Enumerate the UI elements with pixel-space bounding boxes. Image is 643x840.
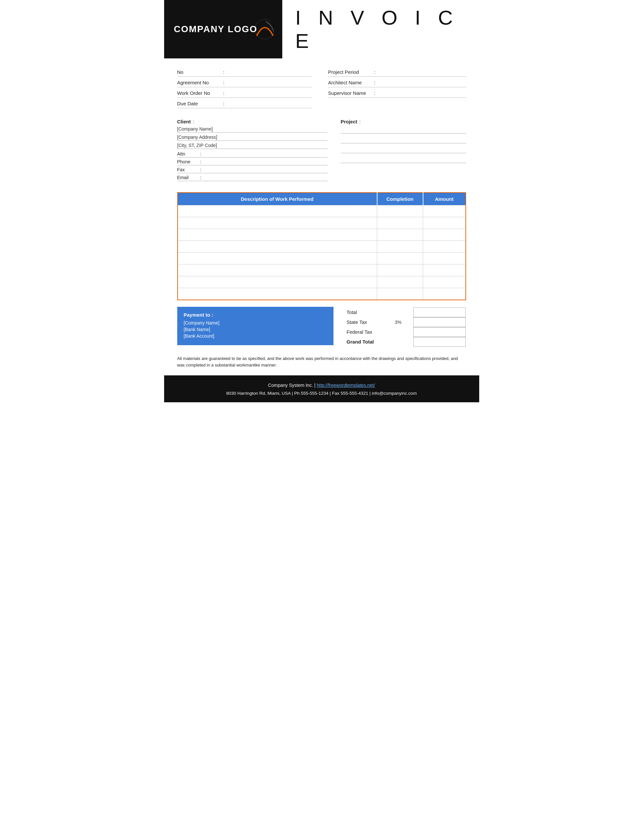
total-label-3: Grand Total bbox=[347, 339, 386, 345]
footer-company-text: Company System Inc. | bbox=[268, 383, 317, 388]
info-left-colon-1: : bbox=[223, 80, 225, 85]
info-grid: No : Agreement No : Work Order No : Due … bbox=[177, 68, 466, 110]
client-field-colon-1: : bbox=[200, 159, 202, 164]
cell-amount-5 bbox=[423, 264, 466, 276]
total-row-3: Grand Total bbox=[347, 337, 466, 347]
info-right-row-1: Architect Name : bbox=[328, 78, 466, 87]
work-table-section: Description of Work Performed Completion… bbox=[164, 186, 479, 300]
total-label-0: Total bbox=[347, 309, 386, 315]
info-left-colon-2: : bbox=[223, 90, 225, 96]
client-field-label-3: Email bbox=[177, 175, 200, 180]
info-section: No : Agreement No : Work Order No : Due … bbox=[164, 59, 479, 113]
client-field-colon-2: : bbox=[200, 167, 202, 172]
table-row-3 bbox=[178, 241, 466, 253]
payment-bank: [Bank Name] bbox=[184, 327, 327, 332]
info-right-colon-0: : bbox=[374, 69, 375, 75]
payment-company: [Company Name] bbox=[184, 320, 327, 326]
cell-completion-2 bbox=[377, 229, 423, 241]
cell-description-5 bbox=[178, 264, 377, 276]
totals-block: Total State Tax 3% Federal Tax Grand Tot… bbox=[347, 307, 466, 347]
project-line-0 bbox=[341, 126, 466, 133]
info-right-colon-2: : bbox=[374, 90, 375, 96]
total-box-2 bbox=[413, 327, 466, 337]
company-logo-text: COMPANY LOGO bbox=[174, 24, 258, 34]
cell-completion-0 bbox=[377, 205, 423, 217]
cell-amount-0 bbox=[423, 205, 466, 217]
info-right-colon-1: : bbox=[374, 80, 375, 85]
table-row-2 bbox=[178, 229, 466, 241]
cell-description-2 bbox=[178, 229, 377, 241]
client-colon: : bbox=[193, 119, 194, 124]
total-row-1: State Tax 3% bbox=[347, 317, 466, 327]
client-header: Client : bbox=[177, 119, 328, 124]
cell-description-4 bbox=[178, 253, 377, 264]
cell-completion-1 bbox=[377, 217, 423, 229]
info-left-row-0: No : bbox=[177, 68, 312, 77]
info-left-row-2: Work Order No : bbox=[177, 89, 312, 98]
client-field-0: Attn : bbox=[177, 151, 328, 158]
project-colon: : bbox=[359, 119, 361, 124]
cell-completion-7 bbox=[377, 288, 423, 300]
cell-amount-1 bbox=[423, 217, 466, 229]
cell-description-0 bbox=[178, 205, 377, 217]
table-row-5 bbox=[178, 264, 466, 276]
total-box-0 bbox=[413, 308, 466, 317]
cell-description-7 bbox=[178, 288, 377, 300]
client-company-name: [Company Name] bbox=[177, 126, 328, 133]
project-header: Project : bbox=[341, 119, 466, 124]
info-right-label-1: Architect Name bbox=[328, 80, 374, 85]
client-field-1: Phone : bbox=[177, 159, 328, 165]
info-left-row-1: Agreement No : bbox=[177, 78, 312, 87]
info-left-colon-0: : bbox=[223, 69, 225, 75]
cell-description-1 bbox=[178, 217, 377, 229]
client-field-colon-3: : bbox=[200, 174, 202, 180]
client-project-section: Client : [Company Name] [Company Address… bbox=[164, 113, 479, 186]
project-label: Project bbox=[341, 119, 357, 124]
client-field-label-1: Phone bbox=[177, 159, 200, 164]
total-box-3 bbox=[413, 337, 466, 347]
info-right-row-0: Project Period : bbox=[328, 68, 466, 77]
total-pct-1: 3% bbox=[395, 320, 405, 325]
client-field-label-0: Attn bbox=[177, 151, 200, 156]
payment-title: Payment to : bbox=[184, 312, 327, 317]
total-row-2: Federal Tax bbox=[347, 327, 466, 337]
info-left-label-2: Work Order No bbox=[177, 90, 223, 96]
footer: Company System Inc. | http://freewordtem… bbox=[164, 375, 479, 402]
total-row-0: Total bbox=[347, 308, 466, 317]
payment-totals-section: Payment to : [Company Name] [Bank Name] … bbox=[164, 300, 479, 350]
note-section: All materials are guaranteed to be as sp… bbox=[164, 350, 479, 376]
cell-amount-2 bbox=[423, 229, 466, 241]
project-block: Project : bbox=[341, 119, 466, 182]
invoice-title-section: I N V O I C E bbox=[282, 0, 479, 59]
project-line-2 bbox=[341, 146, 466, 153]
svg-point-0 bbox=[255, 20, 275, 39]
table-row-7 bbox=[178, 288, 466, 300]
info-left-label-3: Due Date bbox=[177, 101, 223, 106]
cell-amount-6 bbox=[423, 276, 466, 288]
col-completion: Completion bbox=[377, 193, 423, 205]
table-row-6 bbox=[178, 276, 466, 288]
payment-account: [Bank Account] bbox=[184, 334, 327, 339]
client-field-2: Fax : bbox=[177, 167, 328, 173]
footer-line1: Company System Inc. | http://freewordtem… bbox=[171, 381, 473, 389]
client-label: Client bbox=[177, 119, 191, 124]
table-row-0 bbox=[178, 205, 466, 217]
note-text: All materials are guaranteed to be as sp… bbox=[177, 356, 458, 368]
project-line-3 bbox=[341, 156, 466, 163]
footer-link[interactable]: http://freewordtemplates.net/ bbox=[317, 383, 375, 388]
table-header-row: Description of Work Performed Completion… bbox=[178, 193, 466, 205]
cell-amount-4 bbox=[423, 253, 466, 264]
info-right-label-0: Project Period bbox=[328, 69, 374, 75]
header: COMPANY LOGO I N V O I C E bbox=[164, 0, 479, 59]
client-city-state-zip: [City, ST, ZIP Code] bbox=[177, 143, 328, 149]
col-description: Description of Work Performed bbox=[178, 193, 377, 205]
total-label-2: Federal Tax bbox=[347, 329, 386, 335]
client-field-label-2: Fax bbox=[177, 167, 200, 172]
info-left-row-3: Due Date : bbox=[177, 99, 312, 108]
client-field-colon-0: : bbox=[200, 151, 202, 156]
table-row-1 bbox=[178, 217, 466, 229]
cell-completion-6 bbox=[377, 276, 423, 288]
info-right-label-2: Supervisor Name bbox=[328, 90, 374, 96]
cell-completion-5 bbox=[377, 264, 423, 276]
table-row-4 bbox=[178, 253, 466, 264]
